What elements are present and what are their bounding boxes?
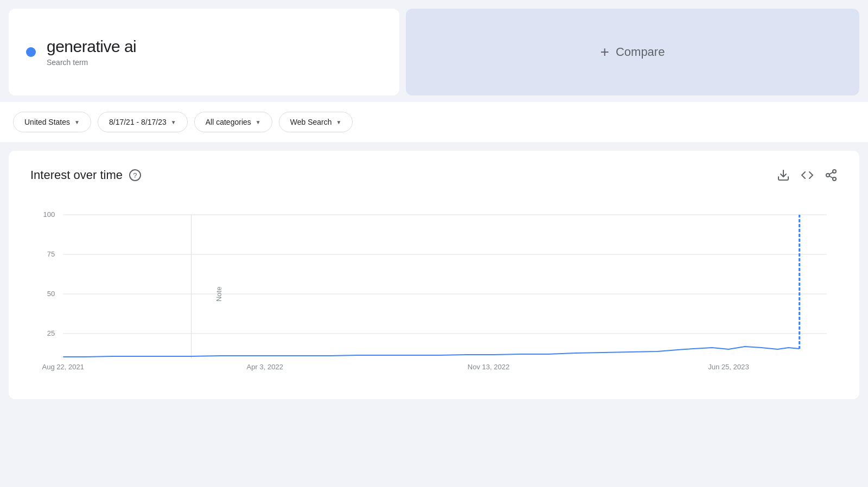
search-term-type: Search term [47,58,136,67]
search-type-label: Web Search [290,118,332,126]
x-label-nov2022: Nov 13, 2022 [468,363,510,371]
x-label-aug2021: Aug 22, 2021 [42,363,84,371]
y-label-25: 25 [47,329,55,337]
region-dropdown-icon: ▼ [74,119,80,125]
compare-label: Compare [616,45,665,59]
main-content: Interest over time ? [9,151,859,399]
category-label: All categories [206,118,251,126]
region-filter[interactable]: United States ▼ [13,112,91,132]
share-button[interactable] [825,169,838,182]
date-range-dropdown-icon: ▼ [171,119,176,125]
compare-plus-icon: + [601,43,609,61]
chart-actions [777,169,838,182]
svg-line-4 [829,176,833,178]
region-label: United States [24,118,70,126]
help-icon[interactable]: ? [129,169,141,181]
note-label: Note [215,287,223,302]
search-term-dot [26,47,36,57]
interest-chart: 100 75 50 25 Note Aug 22, 2021 Apr 3, 20… [30,204,838,377]
y-label-75: 75 [47,250,55,258]
filters-section: United States ▼ 8/17/21 - 8/17/23 ▼ All … [0,102,868,142]
x-label-jun2023: Jun 25, 2023 [708,363,749,371]
search-term-text: generative ai Search term [47,37,136,67]
chart-title-group: Interest over time ? [30,168,141,182]
compare-card[interactable]: + Compare [406,9,859,95]
search-term-name: generative ai [47,37,136,56]
download-button[interactable] [777,169,790,182]
category-filter[interactable]: All categories ▼ [194,112,272,132]
chart-container: 100 75 50 25 Note Aug 22, 2021 Apr 3, 20… [30,204,838,377]
y-label-100: 100 [43,210,55,219]
search-type-filter[interactable]: Web Search ▼ [279,112,353,132]
search-term-card: generative ai Search term [9,9,399,95]
y-label-50: 50 [47,290,55,298]
category-dropdown-icon: ▼ [256,119,261,125]
date-range-label: 8/17/21 - 8/17/23 [109,118,167,126]
search-type-dropdown-icon: ▼ [336,119,341,125]
svg-line-5 [829,172,833,175]
chart-header: Interest over time ? [30,168,838,182]
date-range-filter[interactable]: 8/17/21 - 8/17/23 ▼ [98,112,188,132]
embed-button[interactable] [801,169,814,182]
chart-title: Interest over time [30,168,123,182]
x-label-apr2022: Apr 3, 2022 [247,363,283,371]
